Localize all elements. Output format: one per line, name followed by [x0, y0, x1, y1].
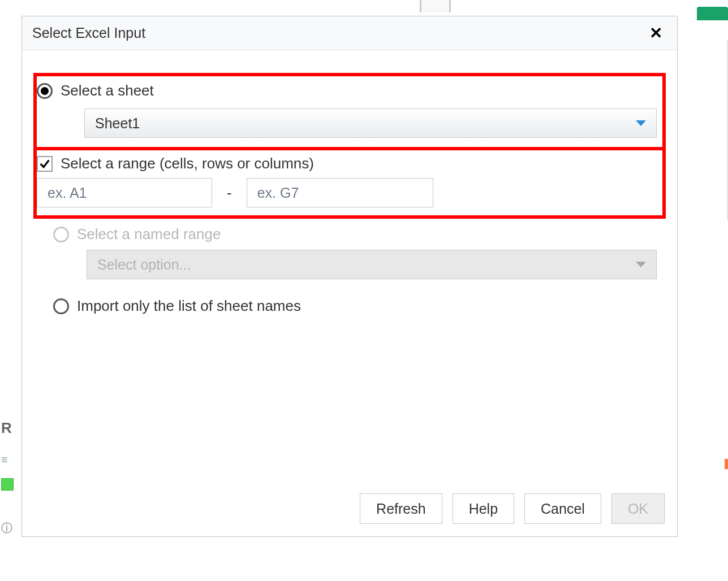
background-green-swatch	[1, 478, 14, 491]
radio-select-sheet[interactable]	[37, 83, 53, 99]
radio-import-list-label: Import only the list of sheet names	[77, 297, 301, 315]
background-help-icon: ⓘ	[1, 521, 12, 536]
range-to-input[interactable]	[247, 178, 433, 207]
chevron-down-icon	[636, 262, 646, 267]
range-from-input[interactable]	[37, 178, 212, 207]
background-label-R: R	[1, 419, 12, 437]
named-range-dropdown: Select option...	[87, 250, 657, 279]
chevron-down-icon	[636, 120, 646, 126]
check-icon	[38, 158, 51, 170]
select-excel-input-dialog: Select Excel Input ✕ Select a sheet Shee…	[21, 16, 678, 537]
highlight-select-range: Select a range (cells, rows or columns) …	[33, 150, 666, 219]
close-icon[interactable]: ✕	[645, 23, 667, 44]
radio-select-sheet-label: Select a sheet	[61, 82, 154, 99]
cancel-button[interactable]: Cancel	[524, 493, 601, 524]
sheet-dropdown-value: Sheet1	[95, 115, 140, 132]
background-orange-marker	[725, 459, 728, 469]
radio-named-range-label: Select a named range	[77, 226, 221, 243]
range-dash: -	[212, 184, 247, 202]
refresh-button[interactable]: Refresh	[360, 493, 442, 524]
dialog-header: Select Excel Input ✕	[22, 16, 677, 50]
sheet-dropdown[interactable]: Sheet1	[84, 109, 657, 138]
dialog-title: Select Excel Input	[32, 25, 145, 41]
radio-import-list[interactable]	[53, 298, 69, 314]
range-checkbox-label: Select a range (cells, rows or columns)	[61, 155, 314, 172]
background-list-icon: ≡	[1, 453, 9, 466]
background-tab-icon	[697, 7, 728, 20]
radio-named-range	[53, 227, 69, 242]
help-button[interactable]: Help	[453, 493, 514, 524]
ok-button: OK	[611, 493, 665, 524]
range-checkbox[interactable]	[37, 156, 53, 172]
dialog-button-bar: Refresh Help Cancel OK	[360, 493, 665, 524]
background-splitter	[420, 0, 451, 12]
named-range-dropdown-placeholder: Select option...	[97, 257, 191, 273]
dialog-body: Select a sheet Sheet1 Select a range (ce…	[22, 50, 677, 315]
highlight-select-sheet: Select a sheet Sheet1	[33, 73, 666, 150]
